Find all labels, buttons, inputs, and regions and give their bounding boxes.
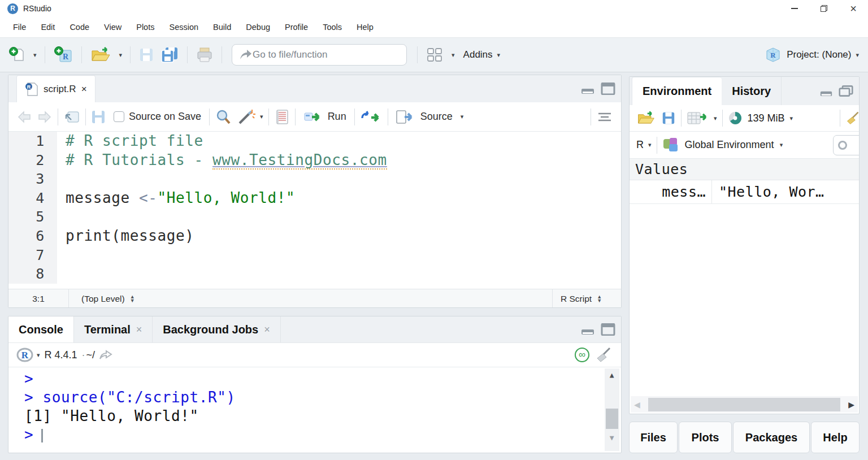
session-suspend-indicator[interactable]: ∞ <box>575 348 589 362</box>
minimize-pane-icon[interactable] <box>580 87 595 95</box>
compile-report-icon[interactable] <box>274 109 290 125</box>
r-file-icon: R <box>25 82 38 97</box>
new-file-button[interactable] <box>6 44 28 66</box>
addins-button[interactable]: Addins ▾ <box>458 49 501 60</box>
minimize-pane-icon[interactable] <box>819 90 833 97</box>
pane-layout-dropdown[interactable]: ▾ <box>446 49 458 61</box>
tab-background-jobs[interactable]: Background Jobs× <box>153 316 280 342</box>
tab-history[interactable]: History <box>722 77 782 105</box>
environment-selector[interactable]: Global Environment ▾ <box>662 138 783 153</box>
restore-button[interactable] <box>809 0 839 17</box>
save-icon[interactable] <box>91 110 106 124</box>
menu-edit[interactable]: Edit <box>33 17 62 37</box>
new-project-button[interactable]: R <box>50 44 76 66</box>
open-file-button[interactable] <box>87 44 114 66</box>
console-line: > <box>24 370 621 388</box>
path-separator: · <box>82 349 85 361</box>
menu-session[interactable]: Session <box>162 17 206 37</box>
close-tab-icon[interactable]: × <box>264 324 270 336</box>
memory-usage-button[interactable]: 139 MiB ▾ <box>728 111 793 125</box>
rerun-icon[interactable] <box>360 110 383 124</box>
r-version-icon[interactable]: R <box>16 346 33 363</box>
tab-terminal[interactable]: Terminal× <box>74 316 153 342</box>
tab-label: Files <box>640 431 666 444</box>
clear-objects-broom-icon[interactable] <box>845 110 859 126</box>
chevron-down-icon[interactable]: ▾ <box>260 113 263 120</box>
chevron-down-icon: ▾ <box>452 51 455 59</box>
scroll-up-icon[interactable]: ▲ <box>610 371 614 379</box>
scrollbar-thumb[interactable] <box>606 409 618 429</box>
source-file-icon <box>396 110 416 124</box>
print-button[interactable] <box>193 44 216 66</box>
save-button[interactable] <box>136 45 157 65</box>
menu-debug[interactable]: Debug <box>238 17 277 37</box>
console-scrollbar[interactable]: ▲ ▼ <box>605 368 619 451</box>
tab-help[interactable]: Help <box>811 422 860 453</box>
minimize-pane-icon[interactable] <box>580 328 595 336</box>
tab-files[interactable]: Files <box>629 422 678 453</box>
run-button[interactable]: Run <box>304 110 346 124</box>
tab-label: Help <box>823 431 847 444</box>
svg-text:R: R <box>21 350 29 361</box>
new-file-dropdown[interactable]: ▾ <box>28 49 40 61</box>
line-number: 3 <box>8 170 57 189</box>
load-workspace-icon[interactable] <box>636 110 656 126</box>
scroll-right-icon[interactable]: ▶ <box>848 400 854 409</box>
close-tab-icon[interactable]: × <box>136 324 142 336</box>
back-icon[interactable] <box>16 110 32 124</box>
scroll-left-icon[interactable]: ◀ <box>634 400 640 409</box>
menu-help[interactable]: Help <box>349 17 381 37</box>
restore-pane-icon[interactable] <box>839 85 853 97</box>
menu-profile[interactable]: Profile <box>277 17 315 37</box>
menu-code[interactable]: Code <box>62 17 97 37</box>
minimize-button[interactable] <box>780 0 809 17</box>
variable-row[interactable]: mess… "Hello, Wor… <box>630 180 859 204</box>
chevron-down-icon: ▾ <box>856 51 859 59</box>
project-button[interactable]: R Project: (None) ▾ <box>765 46 859 63</box>
file-type-label: R Script <box>561 294 592 304</box>
document-outline-icon[interactable] <box>596 110 613 124</box>
save-workspace-icon[interactable] <box>661 111 676 125</box>
open-file-dropdown[interactable]: ▾ <box>114 49 125 61</box>
tab-packages[interactable]: Packages <box>733 422 810 453</box>
tab-console[interactable]: Console <box>8 316 74 342</box>
close-tab-icon[interactable]: × <box>81 84 87 95</box>
tab-environment[interactable]: Environment <box>632 77 722 105</box>
chevron-down-icon: ▾ <box>461 113 464 120</box>
goto-directory-icon[interactable] <box>98 349 113 361</box>
chevron-down-icon[interactable]: ▾ <box>37 351 40 359</box>
code-tools-wand-icon[interactable] <box>237 109 257 125</box>
language-selector[interactable]: R ▾ <box>636 139 652 151</box>
tab-label: Plots <box>692 431 719 444</box>
source-on-save-checkbox[interactable] <box>114 111 124 122</box>
pane-layout-button[interactable] <box>423 44 446 66</box>
environment-h-scrollbar[interactable]: ◀ ▶ <box>631 396 858 413</box>
search-icon[interactable] <box>215 109 232 125</box>
save-all-button[interactable] <box>157 44 182 66</box>
source-button[interactable]: Source ▾ <box>396 110 464 124</box>
maximize-pane-icon[interactable] <box>601 323 615 336</box>
menu-file[interactable]: File <box>6 17 33 37</box>
environment-search-box[interactable] <box>833 135 859 155</box>
tab-script-r[interactable]: R script.R × <box>16 75 96 102</box>
tab-plots[interactable]: Plots <box>679 422 732 453</box>
console-output[interactable]: > > source("C:/script.R") [1] "Hello, Wo… <box>8 367 621 453</box>
scope-selector[interactable]: (Top Level) ▲▼ <box>68 289 552 308</box>
close-button[interactable]: × <box>839 0 868 17</box>
scroll-down-icon[interactable]: ▼ <box>610 433 614 442</box>
file-type-selector[interactable]: R Script ▲▼ <box>552 289 621 308</box>
open-in-window-icon[interactable] <box>63 110 80 124</box>
clear-console-button[interactable] <box>595 347 612 363</box>
maximize-pane-icon[interactable] <box>601 83 615 95</box>
forward-icon[interactable] <box>37 110 53 124</box>
menu-build[interactable]: Build <box>206 17 238 37</box>
menu-plots[interactable]: Plots <box>129 17 162 37</box>
scrollbar-thumb[interactable] <box>648 398 840 411</box>
menu-view[interactable]: View <box>97 17 129 37</box>
code-editor[interactable]: 1 # R script file 2 # R Tutorials - www.… <box>8 132 621 289</box>
menu-bar: File Edit Code View Plots Session Build … <box>0 17 868 37</box>
goto-file-input[interactable] <box>253 49 401 60</box>
import-dataset-button[interactable]: ▾ <box>687 110 717 126</box>
tab-label: Background Jobs <box>163 323 258 336</box>
menu-tools[interactable]: Tools <box>315 17 349 37</box>
